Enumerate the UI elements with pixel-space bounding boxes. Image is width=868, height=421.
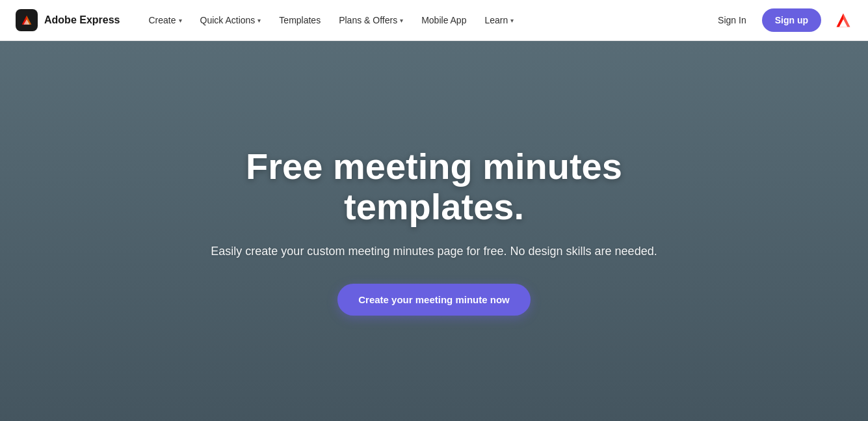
nav-item-quick-actions[interactable]: Quick Actions ▾ xyxy=(192,10,269,31)
nav-item-create[interactable]: Create ▾ xyxy=(140,10,189,31)
chevron-down-icon: ▾ xyxy=(400,17,403,24)
navbar-actions: Sign In Sign up xyxy=(710,8,852,32)
nav-label-plans-offers: Plans & Offers xyxy=(339,15,397,25)
chevron-down-icon: ▾ xyxy=(257,17,261,24)
brand-logo[interactable]: Adobe Express xyxy=(16,9,120,31)
nav-item-learn[interactable]: Learn ▾ xyxy=(477,10,521,31)
sign-up-button[interactable]: Sign up xyxy=(762,8,821,32)
hero-content: Free meeting minutes templates. Easily c… xyxy=(174,146,694,315)
chevron-down-icon: ▾ xyxy=(179,17,182,24)
navbar: Adobe Express Create ▾ Quick Actions ▾ T… xyxy=(0,0,868,41)
chevron-down-icon: ▾ xyxy=(510,17,514,24)
nav-label-learn: Learn xyxy=(484,15,508,25)
brand-name: Adobe Express xyxy=(44,14,120,26)
hero-title: Free meeting minutes templates. xyxy=(200,146,668,226)
hero-cta-button[interactable]: Create your meeting minute now xyxy=(337,284,531,316)
sign-in-button[interactable]: Sign In xyxy=(710,10,754,31)
nav-item-plans-offers[interactable]: Plans & Offers ▾ xyxy=(331,10,411,31)
brand-icon xyxy=(16,9,38,31)
nav-item-templates[interactable]: Templates xyxy=(271,10,328,31)
nav-label-templates: Templates xyxy=(279,15,321,25)
nav-label-create: Create xyxy=(148,15,176,25)
nav-label-quick-actions: Quick Actions xyxy=(200,15,256,25)
hero-subtitle: Easily create your custom meeting minute… xyxy=(200,243,668,260)
navbar-nav: Create ▾ Quick Actions ▾ Templates Plans… xyxy=(140,10,710,31)
nav-label-mobile-app: Mobile App xyxy=(421,15,466,25)
hero-section: Free meeting minutes templates. Easily c… xyxy=(0,41,868,421)
adobe-logo xyxy=(834,11,852,29)
nav-item-mobile-app[interactable]: Mobile App xyxy=(414,10,474,31)
